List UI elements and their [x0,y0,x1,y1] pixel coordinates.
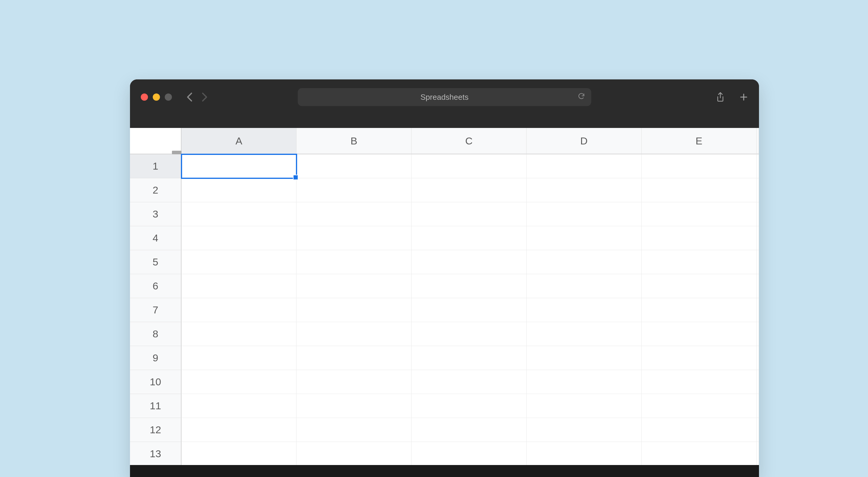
cell-D3[interactable] [527,202,642,226]
forward-button[interactable] [201,94,208,100]
cell-B1[interactable] [297,154,411,178]
cell-D11[interactable] [527,394,642,418]
cell-filler [756,322,759,346]
cell-E7[interactable] [642,298,756,322]
cell-D8[interactable] [527,322,642,346]
cell-A13[interactable] [182,442,297,466]
cell-C10[interactable] [411,370,527,394]
column-header-C[interactable]: C [411,128,527,154]
cell-B7[interactable] [297,298,411,322]
cell-D12[interactable] [527,418,642,442]
cell-E2[interactable] [642,178,756,202]
row-header-13[interactable]: 13 [130,442,182,466]
row-header-1[interactable]: 1 [130,154,182,178]
address-bar[interactable]: Spreadsheets [298,88,591,106]
cell-A8[interactable] [182,322,297,346]
refresh-icon[interactable] [578,92,585,102]
cell-filler [756,178,759,202]
row-header-8[interactable]: 8 [130,322,182,346]
cell-E3[interactable] [642,202,756,226]
cell-B8[interactable] [297,322,411,346]
cell-A4[interactable] [182,226,297,250]
cell-D9[interactable] [527,346,642,370]
cell-A12[interactable] [182,418,297,442]
cell-C5[interactable] [411,250,527,274]
cell-E13[interactable] [642,442,756,466]
cell-E11[interactable] [642,394,756,418]
cell-D1[interactable] [527,154,642,178]
column-header-D[interactable]: D [527,128,642,154]
cell-D2[interactable] [527,178,642,202]
maximize-button[interactable] [165,93,172,101]
row-header-10[interactable]: 10 [130,370,182,394]
cell-B9[interactable] [297,346,411,370]
cell-E9[interactable] [642,346,756,370]
cell-C3[interactable] [411,202,527,226]
minimize-button[interactable] [153,93,160,101]
column-header-E[interactable]: E [642,128,756,154]
cell-C7[interactable] [411,298,527,322]
cell-B10[interactable] [297,370,411,394]
cell-D13[interactable] [527,442,642,466]
cell-E8[interactable] [642,322,756,346]
select-all-corner[interactable] [130,128,182,154]
row-header-11[interactable]: 11 [130,394,182,418]
cell-B5[interactable] [297,250,411,274]
cell-A11[interactable] [182,394,297,418]
row-header-5[interactable]: 5 [130,250,182,274]
cell-E1[interactable] [642,154,756,178]
cell-B4[interactable] [297,226,411,250]
cell-D6[interactable] [527,274,642,298]
cell-E10[interactable] [642,370,756,394]
cell-A6[interactable] [182,274,297,298]
cell-A9[interactable] [182,346,297,370]
cell-C1[interactable] [411,154,527,178]
cell-A1[interactable] [181,154,297,179]
cell-D7[interactable] [527,298,642,322]
cell-B3[interactable] [297,202,411,226]
cell-C6[interactable] [411,274,527,298]
cell-C13[interactable] [411,442,527,466]
cell-E4[interactable] [642,226,756,250]
cell-filler [756,442,759,466]
back-button[interactable] [186,94,193,100]
cell-E6[interactable] [642,274,756,298]
row-header-7[interactable]: 7 [130,298,182,322]
cell-C2[interactable] [411,178,527,202]
row-header-2[interactable]: 2 [130,178,182,202]
row-header-9[interactable]: 9 [130,346,182,370]
close-button[interactable] [141,93,148,101]
cell-A5[interactable] [182,250,297,274]
cell-filler [756,418,759,442]
spreadsheet: ABCDE12345678910111213 [130,128,759,477]
cell-C12[interactable] [411,418,527,442]
row-header-12[interactable]: 12 [130,418,182,442]
cell-A7[interactable] [182,298,297,322]
cell-B11[interactable] [297,394,411,418]
cell-E12[interactable] [642,418,756,442]
cell-A10[interactable] [182,370,297,394]
row-header-4[interactable]: 4 [130,226,182,250]
cell-D4[interactable] [527,226,642,250]
cell-B2[interactable] [297,178,411,202]
row-header-3[interactable]: 3 [130,202,182,226]
cell-B13[interactable] [297,442,411,466]
column-header-B[interactable]: B [297,128,411,154]
cell-D10[interactable] [527,370,642,394]
cell-B6[interactable] [297,274,411,298]
cell-C4[interactable] [411,226,527,250]
cell-B12[interactable] [297,418,411,442]
toolbar-strip [130,115,759,128]
share-icon[interactable] [716,92,725,102]
new-tab-icon[interactable] [739,93,748,101]
cell-D5[interactable] [527,250,642,274]
cell-C11[interactable] [411,394,527,418]
cell-E5[interactable] [642,250,756,274]
cell-C8[interactable] [411,322,527,346]
column-header-A[interactable]: A [182,128,297,154]
cell-C9[interactable] [411,346,527,370]
cell-A2[interactable] [182,178,297,202]
browser-window: Spreadsheets ABCDE12345678910111213 [130,80,759,477]
cell-A3[interactable] [182,202,297,226]
row-header-6[interactable]: 6 [130,274,182,298]
